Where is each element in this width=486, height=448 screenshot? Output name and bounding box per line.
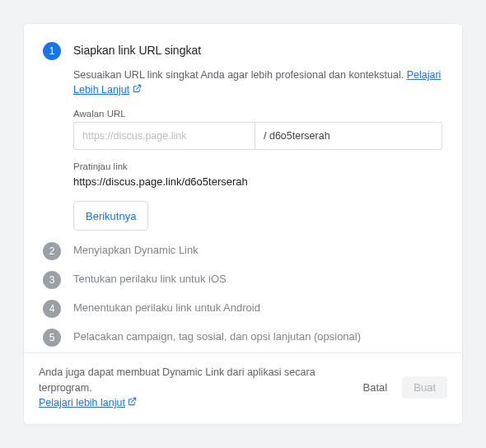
- step-4-title: Menentukan perilaku link untuk Android: [73, 301, 442, 314]
- step-1-title: Siapkan link URL singkat: [73, 44, 442, 57]
- preview-value: https://discus.page.link/d6o5terserah: [73, 175, 442, 188]
- url-prefix-label: Awalan URL: [73, 109, 442, 119]
- external-link-icon: [128, 398, 137, 408]
- step-1-desc-text: Sesuaikan URL link singkat Anda agar leb…: [73, 69, 404, 81]
- external-link-icon: [133, 85, 142, 95]
- preview-label: Pratinjau link: [73, 161, 442, 171]
- dynamic-link-wizard-card: 1 Siapkan link URL singkat Sesuaikan URL…: [23, 23, 463, 425]
- step-2-title: Menyiapkan Dynamic Link: [73, 244, 442, 256]
- cancel-button[interactable]: Batal: [357, 376, 395, 399]
- next-button[interactable]: Berikutnya: [73, 201, 148, 231]
- footer-text-block: Anda juga dapat membuat Dynamic Link dar…: [39, 365, 343, 411]
- wizard-steps: 1 Siapkan link URL singkat Sesuaikan URL…: [24, 24, 462, 352]
- step-3[interactable]: 3 Tentukan perilaku link untuk iOS: [42, 271, 442, 300]
- footer-text: Anda juga dapat membuat Dynamic Link dar…: [39, 366, 315, 394]
- step-1-badge: 1: [43, 42, 61, 60]
- create-button[interactable]: Buat: [402, 376, 447, 399]
- step-3-badge: 3: [43, 271, 61, 289]
- svg-line-0: [136, 85, 140, 89]
- step-2[interactable]: 2 Menyiapkan Dynamic Link: [42, 242, 442, 271]
- step-5-badge: 5: [43, 329, 61, 347]
- step-4-badge: 4: [43, 300, 61, 318]
- step-5[interactable]: 5 Pelacakan campaign, tag sosial, dan op…: [42, 329, 442, 352]
- step-5-title: Pelacakan campaign, tag sosial, dan opsi…: [73, 330, 442, 343]
- step-4[interactable]: 4 Menentukan perilaku link untuk Android: [42, 300, 442, 329]
- footer-learn-more-link[interactable]: Pelajari lebih lanjut: [39, 397, 125, 408]
- step-1: 1 Siapkan link URL singkat Sesuaikan URL…: [42, 42, 442, 242]
- svg-line-1: [132, 399, 136, 403]
- url-input-row: https://discus.page.link / d6o5terserah: [73, 122, 442, 150]
- url-suffix-input[interactable]: / d6o5terserah: [255, 122, 442, 150]
- step-3-title: Tentukan perilaku link untuk iOS: [73, 273, 442, 285]
- wizard-footer: Anda juga dapat membuat Dynamic Link dar…: [24, 352, 462, 424]
- url-prefix-readonly: https://discus.page.link: [73, 122, 255, 150]
- step-1-description: Sesuaikan URL link singkat Anda agar leb…: [73, 68, 442, 97]
- step-2-badge: 2: [43, 242, 61, 260]
